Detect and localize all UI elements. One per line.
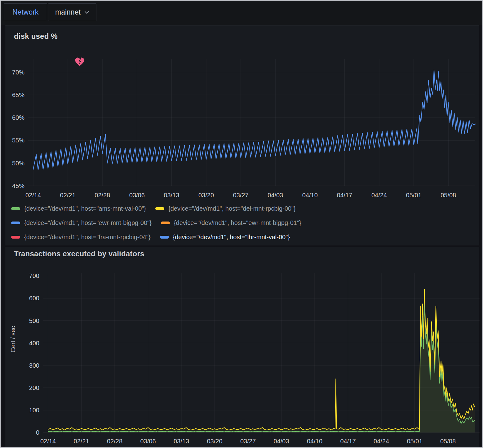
variable-label-text: Network: [12, 8, 38, 16]
x-tick-label: 03/13: [167, 437, 195, 445]
x-tick-label: 03/20: [201, 437, 228, 445]
legend-item-ewr-mnt-bigpg-00[interactable]: {device="/dev/md1", host="ewr-mnt-bigpg-…: [11, 219, 152, 226]
legend-item-del-mnt-rpcbig-00[interactable]: {device="/dev/md1", host="del-mnt-rpcbig…: [155, 205, 296, 212]
x-tick-label: 02/14: [19, 191, 47, 199]
chevron-down-icon: [84, 11, 89, 14]
y-tick-label: 65%: [5, 91, 24, 99]
series-color-swatch: [11, 236, 20, 239]
disk-used-chart-canvas[interactable]: [5, 26, 480, 199]
x-tick-label: 05/01: [401, 437, 428, 445]
x-tick-label: 05/08: [434, 191, 462, 199]
y-tick-label: 500: [5, 317, 39, 325]
x-tick-label: 04/03: [267, 437, 295, 445]
grafana-dashboard: Network mainnet disk used % 45%50%55%60%…: [0, 0, 483, 448]
y-tick-label: 300: [5, 362, 39, 369]
y-tick-label: 70%: [5, 69, 24, 76]
x-tick-label: 03/27: [227, 191, 255, 199]
series-color-swatch: [161, 222, 170, 224]
x-tick-label: 03/13: [157, 191, 185, 199]
x-tick-label: 03/06: [134, 437, 162, 445]
legend-row: {device="/dev/md1", host="ams-mnt-val-00…: [11, 201, 301, 216]
x-tick-label: 05/08: [434, 437, 462, 445]
legend-row: {device="/dev/md1", host="ewr-mnt-bigpg-…: [11, 216, 301, 230]
x-tick-label: 04/24: [365, 191, 393, 199]
variable-value-text: mainnet: [55, 8, 81, 16]
x-tick-label: 02/21: [54, 191, 82, 199]
y-tick-label: 0: [5, 429, 39, 436]
legend-item-fra-mnt-rpcbig-04[interactable]: {device="/dev/md1", host="fra-mnt-rpcbig…: [11, 234, 151, 241]
x-tick-label: 02/28: [101, 437, 129, 445]
x-tick-label: 03/20: [192, 191, 220, 199]
y-tick-label: 60%: [5, 114, 24, 121]
x-tick-label: 02/28: [88, 191, 116, 199]
x-tick-label: 04/17: [330, 191, 358, 199]
x-tick-label: 04/10: [296, 191, 324, 199]
y-tick-label: 400: [5, 339, 39, 347]
y-tick-label: 55%: [5, 137, 24, 144]
transactions-chart-canvas[interactable]: [5, 247, 480, 448]
panel-transactions: Transactions executed by validators Cert…: [5, 247, 479, 448]
legend-item-ams-mnt-val-00[interactable]: {device="/dev/md1", host="ams-mnt-val-00…: [11, 205, 146, 212]
series-color-swatch: [155, 207, 164, 210]
x-tick-label: 04/10: [301, 437, 329, 445]
y-tick-label: 45%: [5, 182, 24, 190]
variable-dropdown-network[interactable]: mainnet: [48, 3, 96, 21]
disk-used-legend: {device="/dev/md1", host="ams-mnt-val-00…: [11, 201, 301, 244]
y-tick-label: 700: [5, 272, 39, 280]
x-tick-label: 03/27: [234, 437, 262, 445]
series-color-swatch: [11, 207, 20, 210]
legend-row: {device="/dev/md1", host="fra-mnt-rpcbig…: [11, 230, 301, 244]
y-tick-label: 100: [5, 406, 39, 414]
y-tick-label: 600: [5, 294, 39, 302]
legend-item-lhr-mnt-val-00[interactable]: {device="/dev/md1", host="lhr-mnt-val-00…: [160, 234, 290, 241]
dashboard-submenu-bar: Network mainnet: [1, 1, 482, 25]
series-color-swatch: [160, 236, 169, 239]
x-tick-label: 04/24: [367, 437, 395, 445]
x-tick-label: 05/01: [400, 191, 428, 199]
x-tick-label: 04/17: [334, 437, 362, 445]
legend-item-ewr-mnt-bigpg-01[interactable]: {device="/dev/md1", host="ewr-mnt-bigpg-…: [161, 219, 301, 226]
x-tick-label: 02/14: [34, 437, 62, 445]
panel-disk-used: disk used % 45%50%55%60%65%70% 02/1402/2…: [5, 25, 479, 245]
x-tick-label: 04/03: [261, 191, 289, 199]
x-tick-label: 02/21: [67, 437, 95, 445]
y-tick-label: 50%: [5, 159, 24, 167]
variable-label-network: Network: [4, 3, 47, 21]
series-color-swatch: [11, 222, 20, 224]
x-tick-label: 03/06: [123, 191, 151, 199]
y-tick-label: 200: [5, 384, 39, 392]
